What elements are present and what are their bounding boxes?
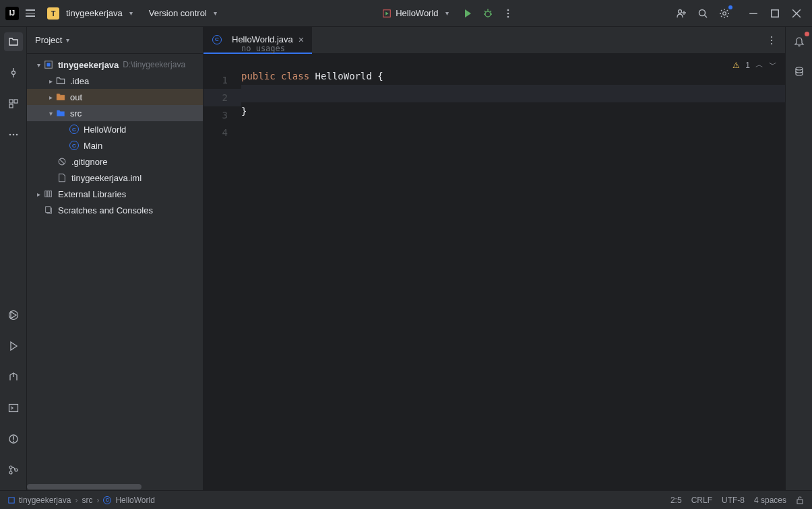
database-tool-button[interactable]	[790, 62, 809, 81]
svg-point-10	[679, 9, 682, 13]
svg-line-6	[490, 11, 491, 12]
svg-rect-42	[45, 191, 47, 197]
tree-scratches[interactable]: Scratches and Consoles	[27, 202, 203, 218]
code-lens-usages[interactable]: no usages	[241, 42, 285, 55]
line-separator[interactable]: CRLF	[691, 496, 712, 505]
chevron-down-icon: ▾	[129, 9, 133, 17]
build-tool-button[interactable]	[4, 368, 23, 386]
project-selector[interactable]: tinygeekerjava	[66, 8, 123, 18]
tree-folder-idea[interactable]: ▸ .idea	[27, 73, 203, 89]
services-tool-button[interactable]	[4, 306, 23, 325]
svg-point-13	[699, 9, 706, 15]
breadcrumbs[interactable]: tinygeekerjava › src › C HelloWorld	[8, 496, 155, 505]
svg-line-5	[485, 11, 486, 12]
java-class-icon: C	[212, 34, 222, 45]
file-encoding[interactable]: UTF-8	[722, 496, 745, 505]
problems-tool-button[interactable]	[4, 430, 23, 448]
tree-label: External Libraries	[58, 189, 126, 199]
svg-rect-25	[9, 104, 13, 108]
run-tool-button[interactable]	[4, 337, 23, 355]
svg-point-9	[507, 15, 509, 18]
tree-file-gitignore[interactable]: .gitignore	[27, 154, 203, 170]
project-tool-button[interactable]	[4, 32, 23, 51]
file-icon	[57, 156, 67, 167]
tree-file-iml[interactable]: tinygeekerjava.iml	[27, 170, 203, 186]
close-window-button[interactable]	[792, 9, 801, 18]
svg-point-34	[13, 441, 14, 442]
tree-external-libraries[interactable]: ▸ External Libraries	[27, 186, 203, 202]
code-with-me-button[interactable]	[675, 7, 688, 20]
chevron-right-icon: ›	[96, 496, 99, 505]
editor-gutter: 1 2 3 4	[204, 54, 241, 490]
settings-button[interactable]	[718, 7, 731, 20]
svg-point-35	[9, 466, 12, 469]
close-tab-button[interactable]: ×	[299, 34, 304, 45]
tree-label: HelloWorld	[84, 125, 126, 135]
project-tree: ▾ tinygeekerjava D:\tinygeekerjava ▸ .id…	[27, 54, 203, 490]
line-number[interactable]: 3	[204, 106, 241, 124]
expand-icon[interactable]: ▸	[46, 77, 55, 85]
crumb[interactable]: tinygeekerjava	[19, 496, 71, 505]
minimize-button[interactable]	[749, 9, 758, 18]
keyword: class	[281, 71, 309, 81]
search-everywhere-button[interactable]	[696, 7, 710, 20]
library-icon	[43, 189, 54, 199]
svg-point-28	[15, 134, 18, 136]
file-icon	[57, 172, 67, 183]
maximize-button[interactable]	[770, 9, 780, 18]
svg-point-8	[507, 12, 509, 14]
svg-rect-23	[9, 100, 13, 103]
crumb[interactable]: HelloWorld	[115, 496, 154, 505]
source-folder-icon	[55, 108, 66, 118]
crumb[interactable]: src	[82, 496, 92, 505]
chevron-right-icon: ›	[75, 496, 77, 505]
svg-rect-44	[50, 191, 52, 197]
right-tool-rail	[785, 27, 812, 490]
line-number[interactable]: 2	[204, 89, 241, 106]
vcs-tool-button[interactable]	[4, 461, 23, 479]
tree-file-helloworld[interactable]: C HelloWorld	[27, 121, 203, 137]
brace: {	[377, 71, 383, 81]
expand-icon[interactable]: ▾	[46, 110, 55, 117]
notifications-button[interactable]	[790, 32, 809, 51]
line-number[interactable]: 4	[204, 124, 241, 141]
tree-label: .idea	[70, 76, 89, 86]
structure-tool-button[interactable]	[4, 94, 23, 113]
version-control-menu[interactable]: Version control	[149, 8, 207, 18]
tree-root[interactable]: ▾ tinygeekerjava D:\tinygeekerjava	[27, 57, 203, 73]
cursor-position[interactable]: 2:5	[670, 496, 682, 505]
svg-line-14	[705, 15, 708, 18]
tab-more-button[interactable]	[765, 34, 778, 47]
main-menu-button[interactable]	[23, 7, 38, 20]
tree-folder-src[interactable]: ▾ src	[27, 105, 203, 121]
expand-icon[interactable]: ▸	[46, 94, 55, 101]
debug-button[interactable]	[481, 7, 495, 20]
horizontal-scrollbar[interactable]	[27, 483, 203, 490]
tree-file-main[interactable]: C Main	[27, 137, 203, 154]
indent-setting[interactable]: 4 spaces	[754, 496, 786, 505]
svg-line-41	[60, 160, 65, 164]
app-icon: IJ	[5, 7, 19, 20]
run-button[interactable]	[461, 7, 474, 20]
tree-path: D:\tinygeekerjava	[123, 60, 185, 69]
code-content[interactable]: no usages public class HelloWorld { }	[241, 54, 785, 490]
line-number[interactable]: 1	[204, 71, 241, 89]
commit-tool-button[interactable]	[4, 63, 23, 82]
more-actions-button[interactable]	[501, 7, 515, 20]
more-tools-button[interactable]	[4, 125, 23, 144]
readonly-toggle[interactable]	[796, 496, 804, 504]
tree-label: tinygeekerjava.iml	[71, 173, 142, 183]
project-panel-header[interactable]: Project ▾	[27, 27, 203, 54]
expand-icon[interactable]: ▾	[34, 61, 43, 69]
svg-rect-17	[772, 9, 779, 17]
terminal-tool-button[interactable]	[4, 399, 23, 417]
svg-rect-43	[47, 191, 49, 197]
svg-point-36	[9, 471, 12, 474]
tree-folder-out[interactable]: ▸ out	[27, 89, 203, 105]
svg-point-48	[796, 67, 803, 70]
editor-body[interactable]: ⚠ 1 ︿ ﹀ 1 2 3 4 no usages public class H…	[204, 54, 785, 490]
expand-icon[interactable]: ▸	[34, 191, 43, 198]
run-configuration-selector[interactable]: HelloWorld ▾	[377, 5, 454, 21]
run-config-label: HelloWorld	[396, 8, 438, 18]
tree-label: src	[70, 108, 82, 118]
